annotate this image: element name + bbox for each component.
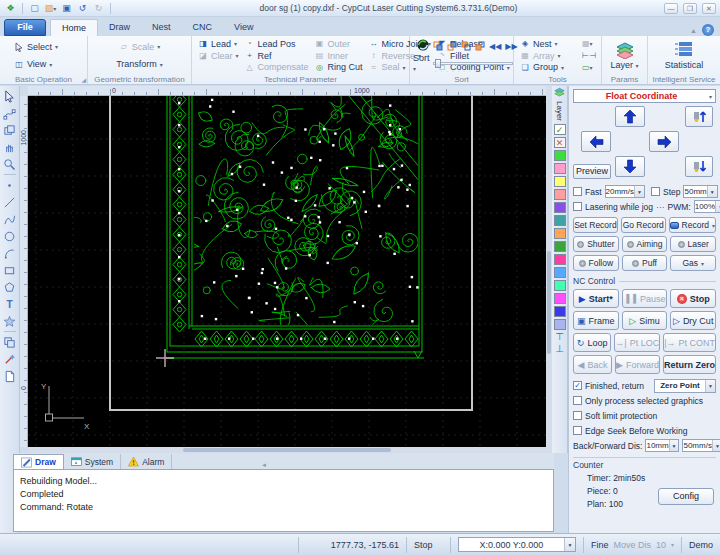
tab-view[interactable]: View (223, 19, 264, 36)
layer-color-swatch-4[interactable] (554, 189, 566, 200)
tab-console-system[interactable]: System (64, 454, 121, 469)
measure-icon[interactable] (2, 351, 18, 367)
circle-icon[interactable] (2, 228, 18, 244)
line-icon[interactable] (2, 194, 18, 210)
shutter-button[interactable]: Shutter (573, 236, 619, 252)
return-zero-button[interactable]: Return Zero (663, 355, 716, 374)
laser-button[interactable]: Laser (670, 236, 716, 252)
sort-button[interactable]: Sort ▾ (413, 38, 433, 73)
jog-left-button[interactable] (581, 131, 611, 152)
layer-color-swatch-3[interactable] (554, 176, 566, 187)
forward-button[interactable]: ▶Forward (615, 355, 660, 374)
position-dropdown[interactable]: X:0.000 Y:0.000▼ (458, 537, 576, 552)
stop-button[interactable]: ×Stop (670, 289, 716, 308)
aiming-button[interactable]: Aiming (622, 236, 668, 252)
layer-color-swatch-12[interactable] (554, 293, 566, 304)
combine-icon[interactable] (2, 334, 18, 350)
sort-granularity-slider[interactable]: ........... (433, 58, 513, 72)
measure-icon-ribbon[interactable]: ⊢⊣ (582, 51, 592, 60)
ring-cut-button[interactable]: ◎Ring Cut (312, 61, 366, 73)
select-tool-icon[interactable] (2, 88, 18, 104)
pan-icon[interactable] (2, 139, 18, 155)
pt-cont-button[interactable]: |→Pt CONT (663, 333, 716, 352)
lead-button[interactable]: ◨Lead▾ (195, 38, 242, 50)
new-doc-icon[interactable] (2, 368, 18, 384)
sort-order4-icon[interactable] (475, 41, 485, 51)
layer-color-swatch-11[interactable] (554, 280, 566, 291)
fly-cut-icon[interactable]: ▭▾ (582, 63, 592, 72)
preview-button[interactable]: Preview (573, 164, 611, 179)
layer-disabled-swatch[interactable]: ✕ (554, 137, 566, 148)
nest-button[interactable]: ◈Nest▾ (517, 38, 576, 50)
clear-button[interactable]: ◪Clear▾ (195, 50, 242, 62)
dialog-launcher-icon[interactable]: ◢ (81, 76, 86, 83)
lead-pos-button[interactable]: ◔Lead Pos (242, 38, 312, 50)
sort-order1-icon[interactable] (433, 41, 443, 51)
lasering-checkbox[interactable] (573, 202, 582, 211)
back-forward-speed-dropdown[interactable]: 50mm/s▼ (682, 439, 720, 452)
close-button[interactable]: ✕ (702, 3, 716, 14)
layer-visible-swatch[interactable]: ✓ (554, 124, 566, 135)
statistical-button[interactable]: Statistical (655, 38, 713, 73)
tab-nest[interactable]: Nest (141, 19, 182, 36)
sort-prev-icon[interactable]: ◀◀ (489, 42, 501, 51)
step-checkbox[interactable] (651, 187, 660, 196)
inner-button[interactable]: ▤Inner (312, 50, 366, 62)
group-button[interactable]: ❏Group▾ (517, 61, 576, 73)
edge-seek-checkbox[interactable] (573, 426, 582, 435)
minimize-button[interactable]: — (664, 3, 678, 14)
layer-color-swatch-8[interactable] (554, 241, 566, 252)
pt-loc-button[interactable]: →|Pt LOC (614, 333, 660, 352)
jog-up-button[interactable] (615, 106, 645, 127)
record-button[interactable]: Record▾ (669, 217, 716, 233)
arc-icon[interactable] (2, 245, 18, 261)
back-button[interactable]: ◀Back (573, 355, 612, 374)
help-icon[interactable]: ? (702, 24, 714, 36)
undo-icon[interactable]: ↺ (76, 2, 89, 14)
compensate-button[interactable]: △Compensate (242, 61, 312, 73)
fast-checkbox[interactable] (573, 187, 582, 196)
start-button[interactable]: ▶Start* (573, 289, 619, 308)
collapse-ribbon-icon[interactable]: ▲ (690, 27, 697, 34)
view-button[interactable]: ◫View▾ (11, 58, 55, 70)
tab-console-draw[interactable]: Draw (13, 454, 64, 469)
puff-button[interactable]: Puff (622, 255, 668, 271)
tab-cnc[interactable]: CNC (182, 19, 224, 36)
open-file-icon[interactable]: ▨▾ (44, 2, 57, 14)
fast-speed-dropdown[interactable]: 20mm/s▼ (605, 185, 645, 198)
tab-console-alarm[interactable]: ! Alarm (121, 454, 172, 469)
only-process-checkbox[interactable] (573, 396, 582, 405)
pause-button[interactable]: ▐▐Pause (622, 289, 668, 308)
scale-button[interactable]: ▱Scale▾ (116, 41, 164, 53)
layer-color-swatch-9[interactable] (554, 254, 566, 265)
layer-color-swatch-13[interactable] (554, 306, 566, 317)
sort-order3-icon[interactable] (461, 41, 471, 51)
follow-down-icon[interactable]: ⊥ (555, 344, 564, 354)
layer-color-swatch-6[interactable] (554, 215, 566, 226)
follow-up-icon[interactable]: ⊤ (555, 332, 564, 342)
layer-color-swatch-14[interactable] (554, 319, 566, 330)
sort-order2-icon[interactable] (447, 41, 457, 51)
new-file-icon[interactable]: ▢ (28, 2, 41, 14)
jog-right-button[interactable] (649, 131, 679, 152)
layer-color-swatch-5[interactable] (554, 202, 566, 213)
message-console[interactable]: Rebuilding Model...CompletedCommand: Rot… (13, 470, 554, 532)
node-edit-icon[interactable] (2, 105, 18, 121)
finished-return-checkbox[interactable]: ✓ (573, 381, 582, 390)
tab-home[interactable]: Home (50, 19, 98, 36)
layer-button[interactable]: Layer ▾ (605, 38, 644, 73)
config-button[interactable]: Config (658, 488, 714, 505)
file-menu-button[interactable]: File (4, 19, 46, 36)
save-icon[interactable]: ▣ (60, 2, 73, 14)
gas-button[interactable]: Gas▾ (670, 255, 716, 271)
layers-small-icon[interactable] (553, 87, 566, 98)
layer-color-swatch-7[interactable] (554, 228, 566, 239)
point-icon[interactable] (2, 177, 18, 193)
polygon-icon[interactable] (2, 279, 18, 295)
text-icon[interactable]: T (2, 296, 18, 312)
array-button[interactable]: ▦Array▾ (517, 50, 576, 62)
layer-color-swatch-10[interactable] (554, 267, 566, 278)
step-dropdown[interactable]: 50mm▼ (683, 185, 717, 198)
move-dis-value[interactable]: 10 (656, 540, 666, 550)
simu-button[interactable]: ▷Simu (622, 311, 668, 330)
